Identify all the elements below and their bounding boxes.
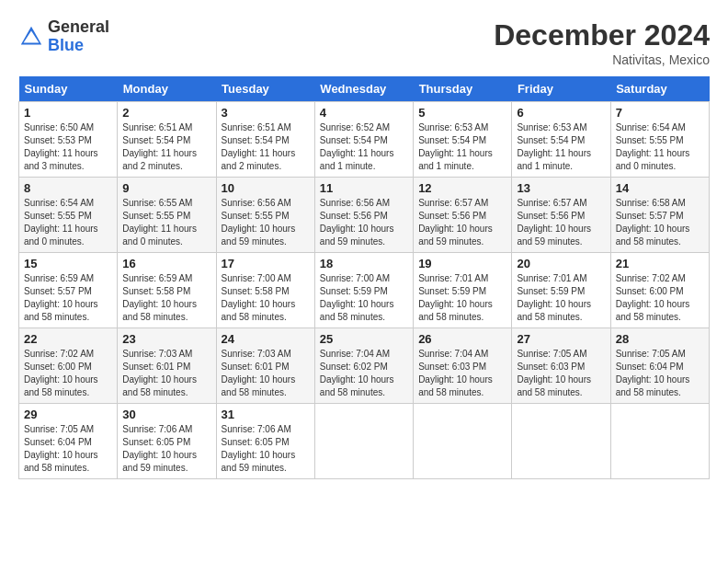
day-number: 12	[418, 181, 506, 195]
calendar-week-row: 1Sunrise: 6:50 AM Sunset: 5:53 PM Daylig…	[19, 102, 710, 178]
day-number: 21	[616, 257, 704, 270]
day-number: 11	[320, 181, 408, 195]
day-number: 4	[320, 106, 408, 120]
day-info: Sunrise: 7:02 AM Sunset: 6:00 PM Dayligh…	[616, 272, 704, 324]
day-number: 10	[222, 181, 310, 195]
day-number: 8	[24, 181, 112, 195]
day-number: 15	[24, 257, 112, 270]
calendar-day-cell: 30Sunrise: 7:06 AM Sunset: 6:05 PM Dayli…	[118, 404, 216, 479]
day-info: Sunrise: 7:05 AM Sunset: 6:04 PM Dayligh…	[616, 348, 704, 399]
calendar-day-cell: 7Sunrise: 6:54 AM Sunset: 5:55 PM Daylig…	[610, 102, 709, 178]
day-number: 5	[418, 106, 506, 120]
day-info: Sunrise: 6:53 AM Sunset: 5:54 PM Dayligh…	[418, 121, 506, 173]
day-info: Sunrise: 6:54 AM Sunset: 5:55 PM Dayligh…	[616, 121, 704, 173]
col-friday: Friday	[512, 76, 610, 102]
day-info: Sunrise: 7:04 AM Sunset: 6:02 PM Dayligh…	[320, 348, 408, 399]
day-info: Sunrise: 7:05 AM Sunset: 6:04 PM Dayligh…	[24, 423, 112, 475]
day-number: 2	[122, 106, 210, 120]
calendar-header-row: Sunday Monday Tuesday Wednesday Thursday…	[19, 76, 710, 102]
calendar-day-cell: 9Sunrise: 6:55 AM Sunset: 5:55 PM Daylig…	[118, 178, 216, 253]
calendar-day-cell: 19Sunrise: 7:01 AM Sunset: 5:59 PM Dayli…	[414, 253, 512, 328]
calendar-day-cell: 15Sunrise: 6:59 AM Sunset: 5:57 PM Dayli…	[19, 253, 118, 328]
calendar-day-cell: 3Sunrise: 6:51 AM Sunset: 5:54 PM Daylig…	[216, 102, 314, 178]
day-info: Sunrise: 6:59 AM Sunset: 5:57 PM Dayligh…	[24, 272, 112, 324]
day-info: Sunrise: 7:03 AM Sunset: 6:01 PM Dayligh…	[122, 348, 210, 399]
day-number: 23	[122, 332, 210, 346]
calendar-table: Sunday Monday Tuesday Wednesday Thursday…	[18, 76, 710, 479]
logo-icon	[18, 24, 44, 50]
col-tuesday: Tuesday	[216, 76, 314, 102]
calendar-day-cell: 22Sunrise: 7:02 AM Sunset: 6:00 PM Dayli…	[19, 328, 118, 404]
calendar-day-cell: 1Sunrise: 6:50 AM Sunset: 5:53 PM Daylig…	[19, 102, 118, 178]
calendar-day-cell: 4Sunrise: 6:52 AM Sunset: 5:54 PM Daylig…	[314, 102, 413, 178]
day-info: Sunrise: 6:58 AM Sunset: 5:57 PM Dayligh…	[616, 197, 704, 248]
day-number: 28	[616, 332, 704, 346]
calendar-day-cell: 26Sunrise: 7:04 AM Sunset: 6:03 PM Dayli…	[414, 328, 512, 404]
day-info: Sunrise: 7:04 AM Sunset: 6:03 PM Dayligh…	[418, 348, 506, 399]
title-block: December 2024 Nativitas, Mexico	[494, 18, 710, 67]
col-saturday: Saturday	[610, 76, 709, 102]
day-number: 22	[24, 332, 112, 346]
calendar-day-cell: 21Sunrise: 7:02 AM Sunset: 6:00 PM Dayli…	[610, 253, 709, 328]
day-number: 27	[517, 332, 605, 346]
day-number: 18	[320, 257, 408, 270]
day-info: Sunrise: 6:56 AM Sunset: 5:55 PM Dayligh…	[222, 197, 310, 248]
day-number: 17	[222, 257, 310, 270]
day-info: Sunrise: 6:57 AM Sunset: 5:56 PM Dayligh…	[418, 197, 506, 248]
logo-general: General	[48, 17, 109, 36]
calendar-day-cell: 23Sunrise: 7:03 AM Sunset: 6:01 PM Dayli…	[118, 328, 216, 404]
day-number: 13	[517, 181, 605, 195]
calendar-day-cell: 16Sunrise: 6:59 AM Sunset: 5:58 PM Dayli…	[118, 253, 216, 328]
day-info: Sunrise: 7:03 AM Sunset: 6:01 PM Dayligh…	[222, 348, 310, 399]
day-info: Sunrise: 6:59 AM Sunset: 5:58 PM Dayligh…	[122, 272, 210, 324]
day-number: 14	[616, 181, 704, 195]
day-number: 29	[24, 408, 112, 421]
day-number: 6	[517, 106, 605, 120]
page-header: General Blue December 2024 Nativitas, Me…	[18, 18, 710, 67]
day-info: Sunrise: 6:51 AM Sunset: 5:54 PM Dayligh…	[122, 121, 210, 173]
day-number: 30	[122, 408, 210, 421]
calendar-day-cell: 8Sunrise: 6:54 AM Sunset: 5:55 PM Daylig…	[19, 178, 118, 253]
logo: General Blue	[18, 18, 109, 55]
calendar-week-row: 22Sunrise: 7:02 AM Sunset: 6:00 PM Dayli…	[19, 328, 710, 404]
col-thursday: Thursday	[414, 76, 512, 102]
calendar-day-cell: 2Sunrise: 6:51 AM Sunset: 5:54 PM Daylig…	[118, 102, 216, 178]
day-info: Sunrise: 7:00 AM Sunset: 5:58 PM Dayligh…	[222, 272, 310, 324]
calendar-day-cell: 5Sunrise: 6:53 AM Sunset: 5:54 PM Daylig…	[414, 102, 512, 178]
calendar-day-cell: 27Sunrise: 7:05 AM Sunset: 6:03 PM Dayli…	[512, 328, 610, 404]
day-info: Sunrise: 6:57 AM Sunset: 5:56 PM Dayligh…	[517, 197, 605, 248]
day-info: Sunrise: 7:06 AM Sunset: 6:05 PM Dayligh…	[222, 423, 310, 475]
day-number: 1	[24, 106, 112, 120]
day-info: Sunrise: 6:50 AM Sunset: 5:53 PM Dayligh…	[24, 121, 112, 173]
day-info: Sunrise: 6:53 AM Sunset: 5:54 PM Dayligh…	[517, 121, 605, 173]
day-number: 20	[517, 257, 605, 270]
day-info: Sunrise: 7:06 AM Sunset: 6:05 PM Dayligh…	[122, 423, 210, 475]
calendar-day-cell: 31Sunrise: 7:06 AM Sunset: 6:05 PM Dayli…	[216, 404, 314, 479]
day-number: 16	[122, 257, 210, 270]
day-info: Sunrise: 7:05 AM Sunset: 6:03 PM Dayligh…	[517, 348, 605, 399]
day-info: Sunrise: 6:52 AM Sunset: 5:54 PM Dayligh…	[320, 121, 408, 173]
calendar-day-cell: 20Sunrise: 7:01 AM Sunset: 5:59 PM Dayli…	[512, 253, 610, 328]
day-number: 19	[418, 257, 506, 270]
day-number: 7	[616, 106, 704, 120]
calendar-day-cell	[414, 404, 512, 479]
day-number: 24	[222, 332, 310, 346]
calendar-day-cell: 29Sunrise: 7:05 AM Sunset: 6:04 PM Dayli…	[19, 404, 118, 479]
calendar-week-row: 29Sunrise: 7:05 AM Sunset: 6:04 PM Dayli…	[19, 404, 710, 479]
calendar-day-cell: 12Sunrise: 6:57 AM Sunset: 5:56 PM Dayli…	[414, 178, 512, 253]
day-number: 9	[122, 181, 210, 195]
calendar-day-cell	[512, 404, 610, 479]
calendar-day-cell: 6Sunrise: 6:53 AM Sunset: 5:54 PM Daylig…	[512, 102, 610, 178]
col-sunday: Sunday	[19, 76, 118, 102]
day-info: Sunrise: 6:55 AM Sunset: 5:55 PM Dayligh…	[122, 197, 210, 248]
calendar-day-cell: 28Sunrise: 7:05 AM Sunset: 6:04 PM Dayli…	[610, 328, 709, 404]
logo-text: General Blue	[48, 18, 109, 55]
day-info: Sunrise: 7:00 AM Sunset: 5:59 PM Dayligh…	[320, 272, 408, 324]
location: Nativitas, Mexico	[494, 52, 710, 67]
day-number: 3	[222, 106, 310, 120]
day-number: 31	[222, 408, 310, 421]
month-title: December 2024	[494, 18, 710, 52]
calendar-day-cell	[610, 404, 709, 479]
calendar-day-cell: 13Sunrise: 6:57 AM Sunset: 5:56 PM Dayli…	[512, 178, 610, 253]
day-info: Sunrise: 7:01 AM Sunset: 5:59 PM Dayligh…	[517, 272, 605, 324]
